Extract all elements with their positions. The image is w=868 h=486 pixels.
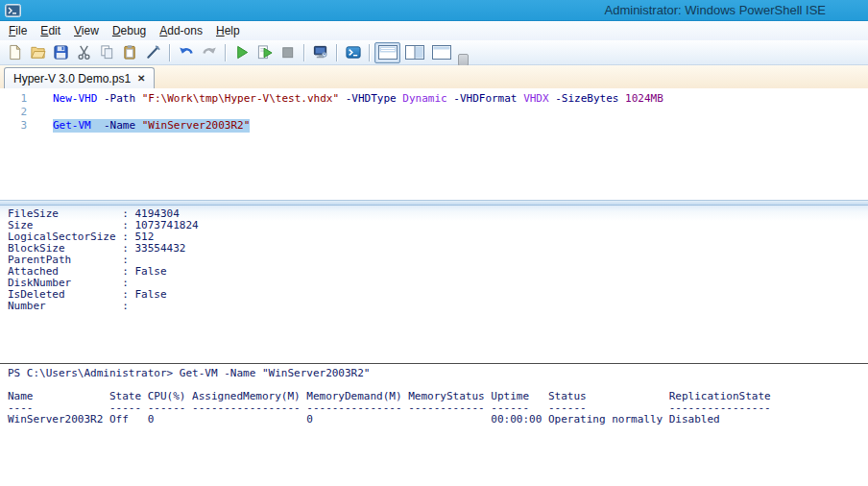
clear-console-icon[interactable]	[142, 42, 164, 63]
console-pane[interactable]: PS C:\Users\Administrator> Get-VM -Name …	[0, 363, 868, 486]
output-pane-text: FileSize : 4194304 Size : 1073741824 Log…	[8, 208, 868, 312]
copy-icon[interactable]	[96, 42, 118, 63]
new-remote-powershell-tab-icon[interactable]	[309, 42, 331, 63]
line-number: 1	[0, 92, 27, 106]
menu-edit[interactable]: Edit	[34, 22, 67, 39]
editor-line[interactable]: 2	[0, 106, 868, 119]
layout-script-top-icon[interactable]	[374, 42, 400, 63]
line-number: 2	[0, 106, 27, 119]
run-selection-icon[interactable]	[253, 42, 276, 63]
menu-debug[interactable]: Debug	[106, 22, 153, 39]
code-text[interactable]: New-VHD -Path "F:\Work\tmp\Hyper-V\test.…	[53, 92, 663, 106]
editor-line[interactable]: 3Get-VM -Name "WinServer2003R2"	[0, 119, 868, 133]
console-pane-text: PS C:\Users\Administrator> Get-VM -Name …	[8, 368, 868, 425]
window-title: Administrator: Windows PowerShell ISE	[605, 3, 826, 17]
powershell-ise-window: Administrator: Windows PowerShell ISE Fi…	[0, 0, 868, 486]
redo-icon[interactable]	[198, 42, 220, 63]
menu-addons[interactable]: Add-ons	[153, 22, 209, 39]
toolbar-separator	[369, 44, 370, 61]
line-number: 3	[0, 119, 27, 133]
layout-script-max-icon[interactable]	[428, 42, 454, 63]
menu-file[interactable]: File	[2, 22, 34, 39]
toolbar-separator	[303, 44, 304, 61]
run-script-icon[interactable]	[230, 42, 253, 63]
output-pane[interactable]: FileSize : 4194304 Size : 1073741824 Log…	[0, 206, 868, 363]
tab-label: Hyper-V 3.0 Demo.ps1	[13, 72, 131, 85]
paste-icon[interactable]	[119, 42, 141, 63]
tab-script-file[interactable]: Hyper-V 3.0 Demo.ps1 ✕	[4, 67, 155, 88]
toolbar-separator	[169, 44, 170, 61]
selected-code-text[interactable]: Get-VM -Name "WinServer2003R2"	[53, 119, 250, 133]
title-bar: Administrator: Windows PowerShell ISE	[0, 0, 868, 21]
undo-icon[interactable]	[175, 42, 197, 63]
toolbar-separator	[225, 44, 226, 61]
cut-icon[interactable]	[73, 42, 95, 63]
toolbar-separator	[336, 44, 337, 61]
menu-help[interactable]: Help	[209, 22, 247, 39]
stop-icon[interactable]	[277, 42, 299, 63]
tab-close-icon[interactable]: ✕	[137, 73, 145, 84]
start-powershell-icon[interactable]	[342, 42, 364, 63]
editor-line[interactable]: 1New-VHD -Path "F:\Work\tmp\Hyper-V\test…	[0, 92, 868, 106]
tab-strip: Hyper-V 3.0 Demo.ps1 ✕	[0, 65, 868, 88]
new-script-icon[interactable]	[4, 42, 26, 63]
save-icon[interactable]	[50, 42, 72, 63]
open-script-icon[interactable]	[27, 42, 49, 63]
menu-view[interactable]: View	[67, 22, 106, 39]
toolbar	[0, 40, 868, 65]
powershell-app-icon	[5, 4, 21, 17]
script-editor[interactable]: 1New-VHD -Path "F:\Work\tmp\Hyper-V\test…	[0, 88, 868, 200]
menu-bar: FileEditViewDebugAdd-onsHelp	[0, 21, 868, 40]
layout-script-right-icon[interactable]	[401, 42, 427, 63]
